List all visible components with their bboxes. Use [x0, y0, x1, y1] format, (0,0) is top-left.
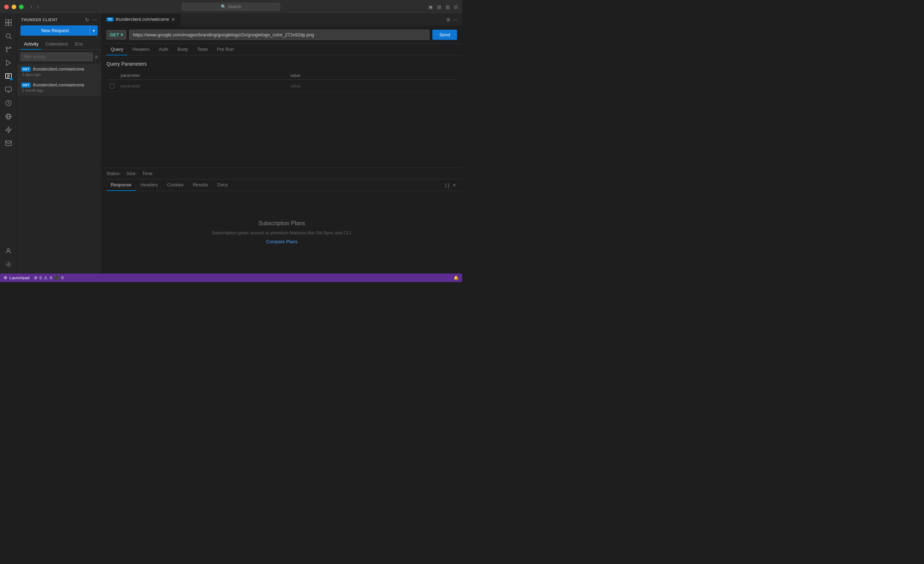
warning-icon: ⚠ — [44, 275, 48, 280]
launchpad-label[interactable]: Launchpad — [9, 276, 30, 280]
activity-bar-explorer[interactable] — [2, 16, 15, 29]
params-checkbox[interactable] — [110, 84, 115, 89]
new-request-dropdown-button[interactable]: ▾ — [90, 26, 98, 36]
panel-icon[interactable]: ▥ — [446, 4, 450, 9]
params-header: parameter value — [106, 72, 457, 80]
req-tab-tests[interactable]: Tests — [193, 44, 212, 56]
tab-activity[interactable]: Activity — [21, 39, 42, 50]
activity-bar-git[interactable] — [2, 43, 15, 56]
svg-rect-2 — [5, 23, 8, 26]
status-separator: ⊘ — [34, 275, 38, 280]
tab-label: thunderclient.com/welcome — [116, 17, 169, 22]
svg-point-7 — [6, 50, 7, 51]
url-input[interactable] — [129, 30, 429, 40]
sidebar-title: THUNDER CLIENT — [21, 18, 58, 22]
split-editor-icon[interactable]: ⊞ — [447, 17, 450, 22]
new-request-button[interactable]: New Request — [21, 26, 90, 36]
subscription-panel: Subscription Plans Subscription gives ac… — [102, 191, 462, 274]
params-key-input[interactable] — [118, 83, 287, 90]
tab-env[interactable]: Env — [72, 39, 86, 50]
launchpad-icon: ⚙ — [3, 275, 8, 280]
params-header-checkbox — [106, 73, 118, 78]
req-tab-headers[interactable]: Headers — [128, 44, 154, 56]
params-row — [106, 81, 457, 92]
activity-bar-globe[interactable] — [2, 110, 15, 123]
size-label: Size: — [126, 171, 136, 176]
tab-close-icon[interactable]: ✕ — [171, 17, 175, 22]
method-select[interactable]: GET ▾ — [106, 30, 126, 39]
layout-icon[interactable]: ▤ — [437, 4, 441, 9]
titlebar-nav: ‹ › — [29, 3, 40, 10]
resp-tab-docs[interactable]: Docs — [213, 179, 232, 191]
activity-bar-run[interactable] — [2, 56, 15, 69]
req-tab-auth[interactable]: Auth — [155, 44, 173, 56]
svg-line-5 — [9, 38, 11, 39]
tab-tc-badge: TC — [106, 17, 114, 21]
activity-item-row: GET thunderclient.com/welcome — [21, 67, 97, 72]
req-tab-prerun[interactable]: Pre Run — [213, 44, 238, 56]
sidebar-toggle-icon[interactable]: ▣ — [429, 4, 433, 9]
more-tabs-icon[interactable]: ⋯ — [453, 17, 458, 22]
filter-input[interactable] — [21, 53, 93, 61]
activity-bar-mail[interactable] — [2, 137, 15, 150]
minimize-button[interactable] — [12, 5, 16, 9]
traffic-lights — [4, 5, 24, 9]
search-bar[interactable]: 🔍 Search — [182, 3, 280, 11]
send-button[interactable]: Send — [432, 30, 457, 40]
method-badge: GET — [21, 67, 31, 72]
activity-item-time: 3 days ago — [21, 72, 97, 77]
notification-bell-icon[interactable]: 🔔 — [453, 275, 459, 280]
tab-bar: TC thunderclient.com/welcome ✕ ⊞ ⋯ — [102, 14, 462, 26]
svg-rect-3 — [9, 23, 11, 26]
svg-point-16 — [8, 264, 9, 265]
svg-rect-0 — [5, 20, 8, 22]
response-tabs: Response Headers Cookies Results Docs { … — [102, 179, 462, 191]
subscription-title: Subscription Plans — [258, 220, 305, 227]
method-dropdown-icon: ▾ — [121, 32, 123, 38]
activity-item-time: 1 month ago — [21, 88, 97, 92]
activity-bar-thunder[interactable] — [2, 70, 15, 83]
resp-tab-results[interactable]: Results — [189, 179, 212, 191]
list-view-icon[interactable]: ≡ — [453, 182, 456, 188]
compare-plans-link[interactable]: Compare Plans — [266, 239, 298, 244]
svg-rect-11 — [5, 87, 11, 92]
refresh-icon[interactable]: ↻ — [85, 17, 89, 23]
tab-collections[interactable]: Collections — [42, 39, 72, 50]
resp-tab-headers[interactable]: Headers — [136, 179, 162, 191]
activity-bar — [0, 14, 17, 274]
url-bar: GET ▾ Send — [102, 26, 462, 44]
activity-item-url: thunderclient.com/welcome — [33, 83, 84, 87]
close-button[interactable] — [4, 5, 9, 9]
method-badge: GET — [21, 83, 31, 87]
more-options-icon[interactable]: ⋯ — [92, 17, 97, 23]
resp-tab-response[interactable]: Response — [106, 179, 136, 191]
json-view-icon[interactable]: { } — [445, 182, 449, 188]
req-tab-query[interactable]: Query — [106, 44, 128, 56]
activity-item[interactable]: GET thunderclient.com/welcome 1 month ag… — [17, 80, 101, 96]
error-count: 0 — [39, 276, 42, 280]
req-tab-body[interactable]: Body — [173, 44, 192, 56]
activity-bar-person[interactable] — [2, 245, 15, 257]
response-tabs-right: { } ≡ — [445, 182, 457, 188]
activity-item-url: thunderclient.com/welcome — [33, 67, 84, 72]
resp-tab-cookies[interactable]: Cookies — [163, 179, 188, 191]
params-value-input[interactable] — [287, 83, 457, 90]
filter-menu-icon[interactable]: ≡ — [95, 54, 98, 60]
status-bar-right: 🔔 — [453, 275, 459, 280]
main-tab[interactable]: TC thunderclient.com/welcome ✕ — [102, 14, 181, 26]
activity-bar-search[interactable] — [2, 30, 15, 42]
query-params-title: Query Parameters — [106, 61, 457, 67]
activity-bar-monitor[interactable] — [2, 83, 15, 96]
forward-button[interactable]: › — [36, 3, 40, 10]
status-bar-left: ⚙ Launchpad ⊘ 0 ⚠ 0 ⬛ 0 — [3, 275, 63, 280]
sidebar-header: THUNDER CLIENT ↻ ⋯ — [17, 14, 101, 26]
back-button[interactable]: ‹ — [29, 3, 34, 10]
query-params-section: Query Parameters parameter value — [102, 56, 462, 168]
customize-icon[interactable]: ⊟ — [454, 4, 458, 9]
sidebar-tabs: Activity Collections Env — [17, 39, 101, 50]
activity-bar-lightning[interactable] — [2, 123, 15, 136]
maximize-button[interactable] — [19, 5, 24, 9]
activity-bar-gear[interactable] — [2, 258, 15, 271]
activity-bar-clock[interactable] — [2, 97, 15, 110]
activity-item[interactable]: GET thunderclient.com/welcome 3 days ago — [17, 64, 101, 80]
